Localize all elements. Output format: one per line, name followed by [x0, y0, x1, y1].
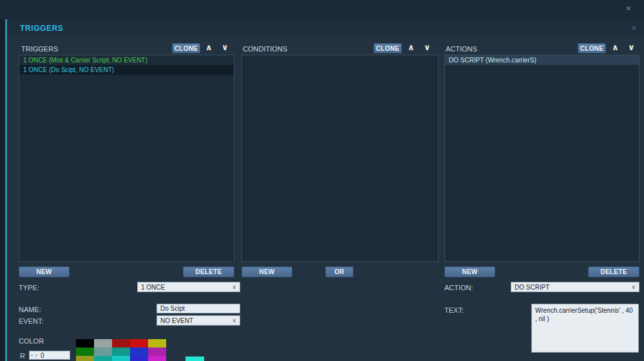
name-input[interactable]: Do Scipt — [156, 304, 240, 313]
trigger-delete-button[interactable]: DELETE — [183, 266, 234, 277]
type-label: TYPE: — [19, 284, 39, 292]
condition-new-button[interactable]: NEW — [242, 266, 292, 277]
color-palette — [76, 339, 166, 361]
color-swatch[interactable] — [76, 339, 94, 347]
action-new-button[interactable]: NEW — [444, 266, 495, 277]
event-select-value: NO EVENT — [160, 317, 193, 324]
color-swatch[interactable] — [94, 347, 112, 356]
conditions-move-up-icon[interactable]: ∧ — [408, 42, 415, 52]
event-select[interactable]: NO EVENT ∨ — [156, 315, 240, 326]
color-swatch[interactable] — [148, 347, 166, 356]
triggers-clone-button[interactable]: CLONE — [172, 43, 200, 53]
color-swatch[interactable] — [130, 356, 148, 361]
color-label: COLOR — [19, 337, 44, 345]
color-swatch[interactable] — [112, 347, 130, 356]
conditions-clone-button[interactable]: CLONE — [374, 43, 402, 53]
red-channel-stepper[interactable]: ‹ › 0 — [29, 351, 70, 360]
selected-color-preview — [185, 356, 204, 361]
conditions-list[interactable] — [242, 55, 439, 262]
color-swatch[interactable] — [94, 339, 112, 347]
type-select-value: 1 ONCE — [141, 284, 165, 291]
chevron-down-icon: ∨ — [232, 284, 236, 290]
actions-clone-button[interactable]: CLONE — [578, 43, 606, 53]
actions-move-down-icon[interactable]: ∨ — [628, 42, 635, 52]
actions-move-up-icon[interactable]: ∧ — [612, 42, 619, 52]
window-close-icon[interactable]: × — [626, 4, 631, 13]
condition-or-button[interactable]: OR — [325, 266, 354, 277]
color-swatch[interactable] — [76, 356, 94, 361]
panel-close-icon[interactable]: × — [631, 23, 636, 33]
script-text-area[interactable]: Wrench.carrierSetup('Stennis' , 40 , nil… — [531, 304, 639, 353]
triggers-list[interactable]: 1 ONCE (Mist & Carrier Script, NO EVENT)… — [19, 55, 234, 262]
triggers-move-up-icon[interactable]: ∧ — [205, 42, 213, 52]
action-label: ACTION: — [444, 284, 473, 292]
type-select[interactable]: 1 ONCE ∨ — [137, 282, 240, 292]
color-swatch[interactable] — [76, 347, 94, 356]
color-swatch[interactable] — [148, 356, 166, 361]
triggers-panel: TRIGGERS × TRIGGERS CONDITIONS ACTIONS C… — [5, 19, 644, 361]
action-select-value: DO SCRIPT — [515, 284, 549, 291]
stepper-decrement-icon[interactable]: ‹ — [30, 352, 34, 358]
trigger-new-button[interactable]: NEW — [19, 266, 70, 277]
chevron-down-icon: ∨ — [631, 284, 636, 290]
stepper-increment-icon[interactable]: › — [34, 352, 39, 358]
action-list-item[interactable]: DO SCRIPT (Wrench.carrierS) — [445, 55, 639, 65]
panel-header: TRIGGERS × — [7, 19, 644, 37]
color-swatch[interactable] — [94, 356, 112, 361]
red-channel-value: 0 — [39, 352, 44, 359]
chevron-down-icon: ∨ — [232, 317, 236, 324]
action-delete-button[interactable]: DELETE — [588, 266, 639, 277]
color-swatch[interactable] — [112, 339, 130, 347]
color-swatch[interactable] — [112, 356, 130, 361]
name-label: NAME: — [19, 306, 41, 313]
event-label: EVENT: — [19, 317, 44, 325]
color-swatch[interactable] — [130, 339, 148, 347]
trigger-list-item[interactable]: 1 ONCE (Do Scipt, NO EVENT) — [19, 65, 234, 75]
trigger-list-item[interactable]: 1 ONCE (Mist & Carrier Script, NO EVENT) — [19, 55, 234, 65]
color-swatch[interactable] — [130, 347, 148, 356]
screen: × TRIGGERS × TRIGGERS CONDITIONS ACTIONS… — [0, 0, 644, 361]
triggers-column-header: TRIGGERS — [21, 45, 58, 53]
action-select[interactable]: DO SCRIPT ∨ — [511, 282, 639, 292]
actions-list[interactable]: DO SCRIPT (Wrench.carrierS) — [444, 55, 639, 262]
triggers-move-down-icon[interactable]: ∨ — [222, 42, 229, 52]
text-label: TEXT: — [444, 306, 464, 314]
actions-column-header: ACTIONS — [446, 45, 477, 53]
name-input-value: Do Scipt — [160, 305, 185, 312]
conditions-column-header: CONDITIONS — [243, 45, 287, 53]
window-titlebar: × — [0, 0, 644, 19]
color-swatch[interactable] — [148, 339, 166, 347]
panel-title: TRIGGERS — [20, 24, 63, 33]
red-channel-label: R — [20, 352, 25, 360]
conditions-move-down-icon[interactable]: ∨ — [424, 42, 431, 52]
